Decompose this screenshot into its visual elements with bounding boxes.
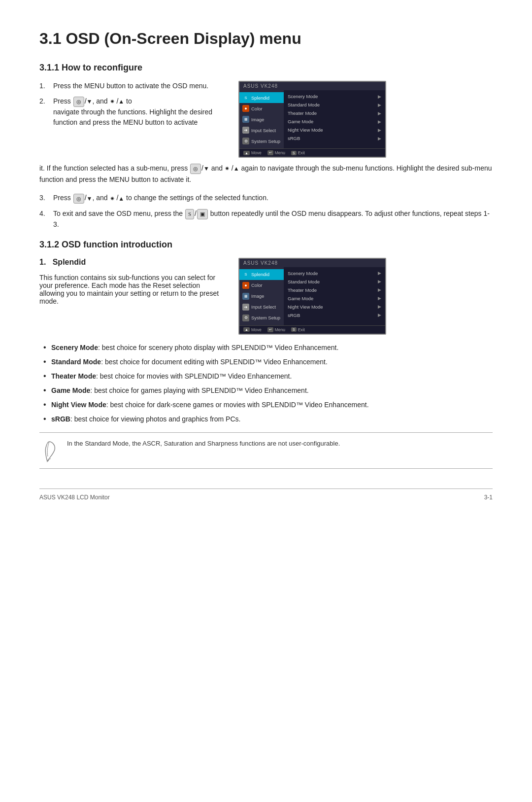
down-arrow-key: ▼ — [87, 97, 93, 106]
note-pen-icon — [41, 441, 58, 462]
note-text-content: In the Standard Mode, the ASCR, Saturati… — [67, 439, 493, 449]
bullet-list: Scenery Mode: best choice for scenery ph… — [39, 343, 493, 424]
bright-key-2: ✷ — [225, 164, 230, 174]
color-label-2: Color — [251, 282, 263, 288]
step-2: Press ◎/▼, and ✷ /▲ to navigate through … — [39, 96, 227, 128]
system-icon-2: ⚙ — [242, 314, 249, 321]
osd-sidebar-1: S Splendid ● Color ▦ Image ➔ Input Selec… — [239, 90, 284, 148]
note-box: In the Standard Mode, the ASCR, Saturati… — [39, 432, 493, 469]
footer-right: 3-1 — [484, 494, 493, 501]
osd-menu-theater-2: Theater Mode▶ — [284, 286, 385, 294]
bullet-standard: Standard Mode: best choice for document … — [39, 357, 493, 367]
up-key-3: ▲ — [118, 194, 124, 203]
step3-text-2: to change the settings of the selected f… — [126, 194, 268, 202]
full-text-content: it. If the function selected has a sub-m… — [39, 164, 492, 183]
color-label: Color — [251, 106, 263, 111]
step-1-text: Press the MENU button to activate the OS… — [53, 82, 208, 90]
bullet-game-text: : best choice for games playing with SPL… — [90, 386, 308, 394]
up-key-2: ▲ — [233, 164, 239, 174]
osd-menu-standard: Standard Mode▶ — [284, 101, 385, 109]
bullet-nightview: Night View Mode: best choice for dark-sc… — [39, 400, 493, 410]
bullet-standard-text: : best choice for document editing with … — [101, 358, 328, 366]
osd-menu-srgb-2: sRGB▶ — [284, 311, 385, 319]
bullet-game-bold: Game Mode — [51, 386, 90, 394]
splendid-label-2: Splendid — [251, 272, 269, 277]
osd-menu-2: Scenery Mode▶ Standard Mode▶ Theater Mod… — [284, 267, 385, 325]
bullet-nightview-bold: Night View Mode — [51, 401, 106, 409]
osd-menu-btn: ↵ Menu — [267, 150, 285, 155]
osd-sidebar-input-2: ➔ Input Select — [239, 302, 284, 313]
input-label: Input Select — [251, 128, 276, 133]
splendid-icon-2: S — [242, 271, 249, 278]
input-icon-2: ➔ — [242, 304, 249, 311]
steps-list-2: Press ◎/▼, and ✷ /▲ to change the settin… — [39, 193, 493, 229]
section-311-content: Press the MENU button to activate the OS… — [39, 81, 493, 158]
osd-sidebar-image-2: ▦ Image — [239, 291, 284, 302]
osd-display-1: ASUS VK248 S Splendid ● Color ▦ Image — [238, 81, 386, 158]
osd-title-bar-1: ASUS VK248 — [239, 82, 385, 90]
splendid-text-block: 1. Splendid This function contains six s… — [39, 258, 227, 335]
main-title: 3.1 OSD (On-Screen Display) menu — [39, 30, 493, 48]
osd-menu-1: Scenery Mode▶ Standard Mode▶ Theater Mod… — [284, 90, 385, 148]
osd-move-2: ▲ Move — [243, 327, 262, 332]
splendid-icon: S — [242, 94, 249, 101]
splendid-label-1: Splendid — [251, 95, 269, 101]
bullet-game: Game Mode: best choice for games playing… — [39, 385, 493, 396]
brightness-key: ✷ — [110, 97, 115, 106]
osd-sidebar-image: ▦ Image — [239, 114, 284, 125]
osd-sidebar-color-2: ● Color — [239, 280, 284, 291]
input-label-2: Input Select — [251, 304, 276, 310]
osd-move: ▲ Move — [243, 150, 262, 155]
step-2-text: navigate through the functions. Highligh… — [53, 108, 212, 126]
bullet-standard-bold: Standard Mode — [51, 358, 101, 366]
system-icon: ⚙ — [242, 138, 249, 144]
bullet-srgb: sRGB: best choice for viewing photos and… — [39, 414, 493, 424]
full-text-311: it. If the function selected has a sub-m… — [39, 163, 493, 185]
splendid-title: Splendid — [53, 258, 86, 266]
osd-title-bar-2: ASUS VK248 — [239, 259, 385, 267]
osd-menu-nightview: Night View Mode▶ — [284, 126, 385, 134]
bright-key-3: ✷ — [110, 194, 115, 203]
osd-menu-srgb: sRGB▶ — [284, 134, 385, 142]
system-label: System Setup — [251, 139, 280, 144]
step-2-press: Press — [53, 97, 71, 105]
step-4: To exit and save the OSD menu, press the… — [39, 209, 493, 230]
step-1: Press the MENU button to activate the OS… — [39, 81, 227, 91]
osd-bottom-bar-1: ▲ Move ↵ Menu S Exit — [239, 148, 385, 157]
splendid-description: This function contains six sub-functions… — [39, 274, 227, 305]
bullet-srgb-text: : best choice for viewing photos and gra… — [70, 415, 241, 423]
key-menu-3: ◎ — [73, 194, 84, 204]
color-icon-2: ● — [242, 282, 249, 289]
exit-key-s: S — [185, 209, 194, 219]
bullet-scenery: Scenery Mode: best choice for scenery ph… — [39, 343, 493, 353]
section-312: 3.1.2 OSD function introduction 1. Splen… — [39, 240, 493, 469]
up-arrow-key: ▲ — [118, 97, 124, 106]
step-3: Press ◎/▼, and ✷ /▲ to change the settin… — [39, 193, 493, 204]
section-312-title: 3.1.2 OSD function introduction — [39, 240, 493, 250]
osd-sidebar-system-2: ⚙ System Setup — [239, 313, 284, 323]
section-311-text: Press the MENU button to activate the OS… — [39, 81, 227, 158]
note-text-span: In the Standard Mode, the ASCR, Saturati… — [67, 440, 340, 447]
osd-screen-1: ASUS VK248 S Splendid ● Color ▦ Image — [238, 81, 391, 158]
image-label-2: Image — [251, 293, 264, 299]
system-label-2: System Setup — [251, 315, 280, 320]
splendid-number: 1. — [39, 258, 50, 266]
bullet-theater-text: : best choice for movies with SPLENDID™ … — [96, 372, 292, 380]
osd-menu-game-2: Game Mode▶ — [284, 294, 385, 303]
section-311-title: 3.1.1 How to reconfigure — [39, 63, 493, 73]
osd-menu-theater: Theater Mode▶ — [284, 109, 385, 117]
footer-left: ASUS VK248 LCD Monitor — [39, 494, 110, 501]
step3-press: Press — [53, 194, 71, 202]
osd-sidebar-splendid: S Splendid — [239, 92, 284, 103]
osd-menu-scenery: Scenery Mode▶ — [284, 92, 385, 101]
step-2-to: to — [126, 97, 132, 105]
bullet-scenery-text: : best choice for scenery photo display … — [98, 344, 338, 351]
osd-content-2: S Splendid ● Color ▦ Image ➔ — [239, 267, 385, 325]
osd-sidebar-system: ⚙ System Setup — [239, 136, 284, 146]
image-icon: ▦ — [242, 116, 249, 123]
osd-menu-standard-2: Standard Mode▶ — [284, 278, 385, 286]
osd-sidebar-splendid-2: S Splendid — [239, 269, 284, 280]
step4-text: To exit and save the OSD menu, press the — [53, 209, 185, 217]
footer: ASUS VK248 LCD Monitor 3-1 — [39, 488, 493, 501]
osd-content-1: S Splendid ● Color ▦ Image ➔ Input Selec… — [239, 90, 385, 148]
